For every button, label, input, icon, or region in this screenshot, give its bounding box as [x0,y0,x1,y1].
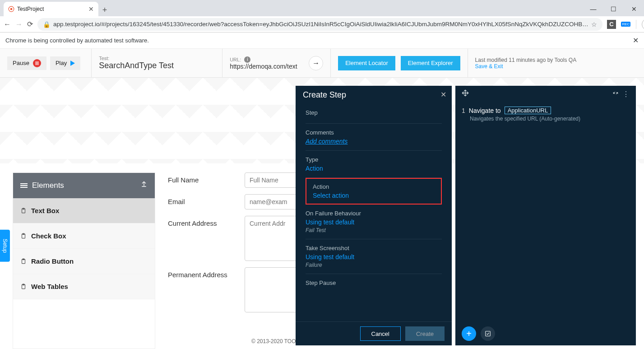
current-address-label: Current Address [168,216,245,227]
url-segment: URL: i https://demoqa.com/text → [222,49,331,77]
pause-button[interactable]: Pause [7,56,46,70]
info-icon[interactable]: i [244,56,250,63]
meta-segment: Last modified 11 minutes ago by Tools QA… [468,49,584,77]
address-url-text: app.testproject.io/#/projects/163245/tes… [53,21,588,28]
clipboard-icon [20,284,27,290]
select-action-link[interactable]: Select action [313,192,435,199]
create-button[interactable]: Create [405,326,445,341]
failure-value[interactable]: Using test default [306,219,442,226]
locator-buttons: Element Locator Element Explorer [331,49,468,77]
elements-sidebar: Elements Text Box Check Box Radio Button… [13,172,155,349]
element-explorer-button[interactable]: Element Explorer [401,56,460,70]
sidebar-item-label: Text Box [31,207,59,214]
svg-rect-11 [486,331,491,336]
pause-label: Pause [13,60,29,66]
profile-avatar[interactable] [642,19,644,30]
lock-icon: 🔒 [43,21,51,28]
play-icon [70,60,75,66]
extension-c-icon[interactable]: C [607,20,616,29]
sidebar-header[interactable]: Elements [13,173,155,198]
browser-tab[interactable]: TestProject ✕ [4,2,98,16]
add-step-button[interactable]: + [462,326,476,341]
window-minimize[interactable]: — [583,2,603,16]
type-label: Type [306,156,442,163]
step-number: 1 [462,107,465,114]
nav-back-button[interactable]: ← [4,19,11,29]
clipboard-icon [20,258,27,265]
email-label: Email [168,194,245,205]
panel-menu-icon[interactable]: ⋮ [622,90,630,98]
failure-sub: Fail Test [306,227,442,233]
steps-panel-header: ⋮ [455,86,636,102]
address-omnibox[interactable]: 🔒 app.testproject.io/#/projects/163245/t… [37,18,602,31]
infobar-close-icon[interactable]: ✕ [633,36,639,45]
sidebar-item-radio-button[interactable]: Radio Button [13,249,155,274]
sidebar-item-label: Web Tables [31,283,68,290]
step-item-1[interactable]: 1 Navigate to ApplicationURL Navigates t… [455,102,636,126]
step-label: Step [306,109,442,116]
full-name-label: Full Name [168,172,245,184]
permanent-address-label: Permanent Address [168,267,245,279]
screenshot-value[interactable]: Using test default [306,253,442,261]
step-text: Navigate to [469,107,501,114]
sidebar-item-label: Check Box [31,232,66,240]
play-button[interactable]: Play [50,56,80,70]
create-step-title: Create Step [296,86,452,104]
sidebar-item-web-tables[interactable]: Web Tables [13,274,155,299]
move-icon[interactable] [462,89,469,98]
browser-address-bar: ← → ⟳ 🔒 app.testproject.io/#/projects/16… [0,16,644,33]
url-value: https://demoqa.com/text [230,63,297,70]
window-maximize[interactable]: ☐ [603,2,624,16]
action-section-highlighted: Action Select action [306,178,442,205]
validate-button[interactable] [481,326,495,341]
browser-tabbar: TestProject ✕ + — ☐ ✕ [0,0,644,16]
add-comments-link[interactable]: Add comments [306,138,442,145]
sidebar-item-check-box[interactable]: Check Box [13,223,155,249]
svg-point-1 [10,8,13,10]
window-close[interactable]: ✕ [624,2,644,16]
new-tab-button[interactable]: + [98,4,111,16]
url-label: URL: i [230,56,297,63]
save-exit-link[interactable]: Save & Exit [475,63,503,70]
demo-area: TO Setup Elements Text Box Check Box Rad [0,78,644,349]
recorder-controls: Pause Play [0,49,92,77]
type-value[interactable]: Action [306,165,442,172]
sidebar-item-label: Radio Button [31,257,74,265]
testproject-favicon [8,6,14,12]
collapse-icon[interactable] [612,90,619,98]
screenshot-sub: Failure [306,262,442,268]
navigate-button[interactable]: → [309,56,323,70]
bookmark-star-icon[interactable]: ☆ [591,21,597,28]
hamburger-icon [20,182,28,189]
step-desc: Navigates the specified URL (Auto-genera… [470,116,630,122]
panel-close-icon[interactable]: ✕ [440,90,446,99]
pause-icon [33,59,41,67]
create-step-panel: ✕ Create Step Step Comments Add comments… [296,86,452,345]
extension-icons: C REC ⋮ [607,19,644,30]
infobar-text: Chrome is being controlled by automated … [5,37,149,44]
test-name-segment: Test: SearchAndType Test [92,49,222,77]
nav-forward-button[interactable]: → [15,19,23,29]
create-step-footer: Cancel Create [296,321,452,345]
automation-infobar: Chrome is being controlled by automated … [0,33,644,49]
tab-title: TestProject [17,6,86,12]
element-locator-button[interactable]: Element Locator [338,56,395,70]
window-controls: — ☐ ✕ [583,2,644,16]
sidebar-item-text-box[interactable]: Text Box [13,198,155,223]
cancel-button[interactable]: Cancel [360,326,401,341]
step-pause-label: Step Pause [306,279,442,286]
upload-icon[interactable] [140,180,148,190]
screenshot-label: Take Screenshot [306,245,442,251]
recorder-toolbar: Pause Play Test: SearchAndType Test URL:… [0,49,644,78]
failure-label: On Failure Behaviour [306,210,442,217]
extension-rec-icon[interactable]: REC [621,20,630,29]
steps-panel: ⋮ 1 Navigate to ApplicationURL Navigates… [455,86,636,345]
clipboard-icon [20,233,27,239]
clipboard-icon [20,208,27,214]
sidebar-title: Elements [32,181,64,190]
test-label: Test: [99,56,109,61]
tab-close-icon[interactable]: ✕ [88,5,94,13]
create-step-body[interactable]: Step Comments Add comments Type Action A… [296,104,452,321]
recorder-panels: ✕ Create Step Step Comments Add comments… [296,86,636,345]
nav-reload-button[interactable]: ⟳ [27,19,33,29]
